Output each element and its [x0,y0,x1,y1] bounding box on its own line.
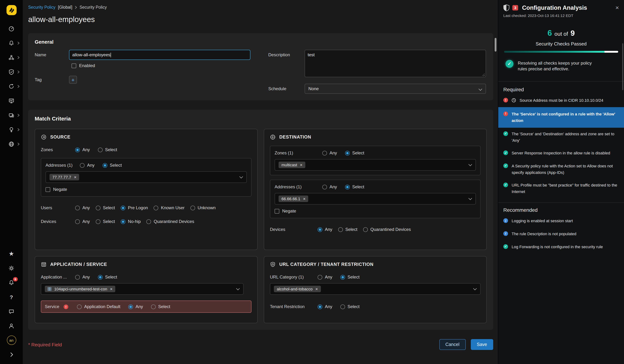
check-item[interactable]: URL Profile must be "best practice" for … [498,179,624,198]
check-item[interactable]: Server Response Inspection in the allow … [498,147,624,160]
destination-zones-combobox[interactable]: multicast× [275,159,476,171]
url-category-combobox[interactable]: alcohol-and-tobacco× [270,283,481,295]
sidebar-item-dashboard[interactable] [0,21,23,36]
radio-option[interactable]: Select [340,274,360,280]
radio-option[interactable]: Any [128,304,143,309]
radio-option[interactable]: Any [322,184,337,189]
form-footer: * Required Field Cancel Save [28,339,493,350]
analysis-scrollbar[interactable] [622,43,623,90]
radio-option[interactable]: Select [345,150,364,156]
radio-icon [151,304,156,309]
radio-option[interactable]: Any [75,205,90,210]
chip-remove-icon[interactable]: × [315,287,318,291]
feedback-button[interactable] [0,304,23,318]
breadcrumb-link-security-policy[interactable]: Security Policy [28,5,55,9]
sidebar-item-security-services[interactable] [0,65,23,79]
radio-icon [75,147,80,152]
sidebar-collapse-button[interactable] [0,347,23,362]
radio-option[interactable]: Quarantined Devices [147,219,194,224]
enabled-checkbox[interactable] [72,63,76,68]
sidebar-item-alarms[interactable] [0,36,23,50]
cancel-button[interactable]: Cancel [439,339,466,350]
radio-option[interactable]: Select [98,274,117,280]
radio-option[interactable]: Select [96,205,115,210]
check-item[interactable]: The 'Service' is not configured in a rul… [498,107,624,128]
radio-option[interactable]: Select [103,163,122,168]
radio-option[interactable]: Any [318,274,332,280]
radio-option[interactable]: Any [322,150,337,156]
selected-value-chip[interactable]: 77.77.77.7× [50,174,79,180]
add-tag-button[interactable]: + [69,76,77,84]
sidebar-item-operations[interactable] [0,79,23,93]
check-item[interactable]: The 'Source' and 'Destination' address a… [498,128,624,147]
check-item[interactable]: The rule Description is not populated [498,228,624,240]
radio-option[interactable]: Any [75,274,90,280]
negate-checkbox[interactable] [46,187,50,192]
radio-option[interactable]: Any [318,227,332,232]
addresses-label: Addresses (1) [46,163,80,168]
main-scrollbar[interactable] [495,38,496,52]
check-item[interactable]: A Security policy rule with the Action s… [498,160,624,179]
negate-checkbox[interactable] [275,209,279,213]
tenant-restriction-options: Any Select [318,304,367,309]
check-item-text: URL Profile must be "best practice" for … [512,182,619,195]
name-input[interactable]: allow-all-employees [69,50,250,60]
destination-addresses-combobox[interactable]: 66.66.66.1× [275,193,476,205]
radio-option[interactable]: Select [98,147,117,152]
resize-handle[interactable] [482,73,485,76]
radio-option[interactable]: Any [80,163,95,168]
sidebar-item-network[interactable] [0,50,23,65]
application-combobox[interactable]: 104apci-unnumbered-test-con× [41,283,243,295]
account-avatar[interactable]: an [0,333,23,347]
check-item[interactable]: Log Forwarding is not configured in the … [498,240,624,253]
check-item[interactable]: Logging is enabled at session start [498,215,624,228]
favorites-button[interactable]: ★ [0,246,23,261]
source-addresses-combobox[interactable]: 77.77.77.7× [46,171,247,183]
radio-option[interactable]: Any [75,147,90,152]
radio-option[interactable]: Select [338,227,357,232]
sidebar-item-devices[interactable] [0,108,23,122]
user-button[interactable] [0,318,23,333]
description-textarea[interactable]: test [304,50,486,77]
radio-option[interactable]: No-hip [121,219,141,224]
radio-option[interactable]: Select [96,219,115,224]
panw-logo[interactable] [6,5,17,16]
settings-button[interactable] [0,261,23,275]
source-negate-toggle[interactable]: Negate [46,187,247,192]
sidebar-item-monitor[interactable] [0,93,23,108]
selected-value-chip[interactable]: 104apci-unnumbered-test-con× [45,286,115,292]
close-icon[interactable]: × [615,5,619,11]
chip-remove-icon[interactable]: × [303,197,306,201]
chip-remove-icon[interactable]: × [74,175,77,179]
radio-option-label: Select [110,163,122,168]
destination-negate-toggle[interactable]: Negate [275,208,476,214]
tenant-restriction-label: Tenant Restriction [270,304,318,309]
radio-option[interactable]: Select [340,304,360,309]
chip-remove-icon[interactable]: × [300,163,302,167]
radio-option[interactable]: Any [318,304,332,309]
sidebar-item-insights[interactable] [0,122,23,137]
selected-value-chip[interactable]: 66.66.66.1× [279,196,308,202]
radio-option[interactable]: Unknown [190,205,216,210]
radio-option[interactable]: Select [151,304,170,309]
help-button[interactable]: ? [0,290,23,304]
notifications-button[interactable]: 6 [0,275,23,290]
selected-value-chip[interactable]: multicast× [279,162,305,168]
schedule-select[interactable]: None [304,84,486,94]
radio-option[interactable]: Select [345,184,364,189]
radio-option[interactable]: Known User [154,205,185,210]
check-item[interactable]: Source Address must be in CIDR 10.10.10.… [498,94,624,107]
chip-list: alcohol-and-tobacco× [274,286,323,292]
radio-option[interactable]: Quarantined Devices [363,227,411,232]
required-section: Required Source Address must be in CIDR … [498,81,624,198]
chevron-right-icon [17,142,20,146]
sidebar-bottom-tools: ★ 6 ? an [0,246,23,364]
selected-value-chip[interactable]: alcohol-and-tobacco× [274,286,321,292]
chip-remove-icon[interactable]: × [110,287,113,291]
sidebar-item-global[interactable] [0,137,23,151]
radio-icon [121,219,125,224]
radio-option[interactable]: Any [75,219,90,224]
save-button[interactable]: Save [471,339,493,350]
radio-option[interactable]: Pre Logon [121,205,148,210]
radio-option[interactable]: Application Default [77,304,120,309]
